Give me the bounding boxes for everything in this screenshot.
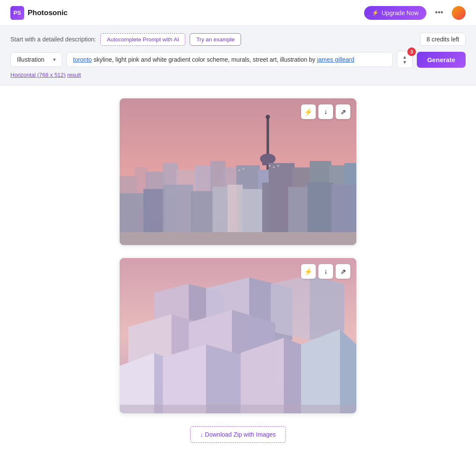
enhance-button-1[interactable]: ⚡ — [301, 104, 316, 119]
prompt-display: toronto skyline, light pink and white gr… — [67, 52, 393, 67]
toolbar-area: Start with a detailed description: Autoc… — [0, 26, 476, 85]
count-circle: 3 — [407, 47, 416, 56]
autocomplete-button[interactable]: Autocomplete Prompt with AI — [100, 33, 185, 46]
share-button-1[interactable]: ⇗ — [336, 104, 350, 119]
upgrade-button[interactable]: Upgrade Now — [364, 6, 426, 20]
download-zip-button[interactable]: ↓ Download Zip with Images — [190, 426, 286, 443]
result-size: Horizontal (768 x 512) — [10, 72, 66, 78]
more-button[interactable]: ••• — [432, 6, 447, 19]
generate-button[interactable]: Generate — [417, 52, 466, 68]
toolbar-row2: Illustration toronto skyline, light pink… — [10, 51, 466, 68]
svg-rect-36 — [238, 170, 240, 171]
city-image-2 — [120, 258, 356, 413]
credits-badge: 8 credits left — [420, 33, 466, 46]
image-card-1: ⚡ ↓ ⇗ — [120, 98, 356, 245]
share-button-2[interactable]: ⇗ — [336, 264, 350, 279]
prompt-highlight-james: james gilleard — [317, 56, 354, 63]
enhance-button-2[interactable]: ⚡ — [301, 264, 316, 279]
style-select[interactable]: Illustration — [10, 52, 62, 67]
result-suffix: result — [67, 72, 81, 78]
toolbar-row1: Start with a detailed description: Autoc… — [10, 33, 466, 46]
svg-rect-65 — [120, 405, 356, 413]
svg-rect-34 — [273, 167, 275, 168]
svg-point-13 — [266, 115, 270, 119]
header-right: Upgrade Now ••• — [364, 6, 466, 20]
result-label[interactable]: Horizontal (768 x 512) result — [10, 72, 466, 78]
logo-area: PS Photosonic — [10, 6, 68, 20]
app-name: Photosonic — [28, 9, 68, 17]
city-svg-1 — [120, 98, 356, 245]
prompt-highlight-toronto: toronto — [73, 56, 92, 63]
image-actions-2: ⚡ ↓ ⇗ — [301, 264, 350, 279]
svg-rect-32 — [120, 232, 356, 245]
start-label: Start with a detailed description: — [10, 36, 96, 43]
app-header: PS Photosonic Upgrade Now ••• — [0, 0, 476, 26]
style-value: Illustration — [17, 56, 44, 63]
main-content: ⚡ ↓ ⇗ — [0, 85, 476, 466]
logo-icon: PS — [10, 6, 24, 20]
city-svg-2 — [120, 258, 356, 413]
image-actions-1: ⚡ ↓ ⇗ — [301, 104, 350, 119]
svg-rect-35 — [277, 165, 279, 167]
toolbar-left: Start with a detailed description: Autoc… — [10, 33, 241, 46]
image-card-2: ⚡ ↓ ⇗ — [120, 258, 356, 413]
download-button-2[interactable]: ↓ — [318, 264, 333, 279]
svg-rect-33 — [269, 165, 270, 167]
try-example-button[interactable]: Try an example — [190, 33, 241, 46]
prompt-text-mid: skyline, light pink and white gradient c… — [92, 56, 317, 63]
count-badge-wrap: 3 ▲ ▼ — [397, 51, 413, 68]
avatar[interactable] — [452, 6, 466, 20]
svg-rect-37 — [243, 168, 244, 170]
city-image-1 — [120, 98, 356, 245]
download-button-1[interactable]: ↓ — [318, 104, 333, 119]
